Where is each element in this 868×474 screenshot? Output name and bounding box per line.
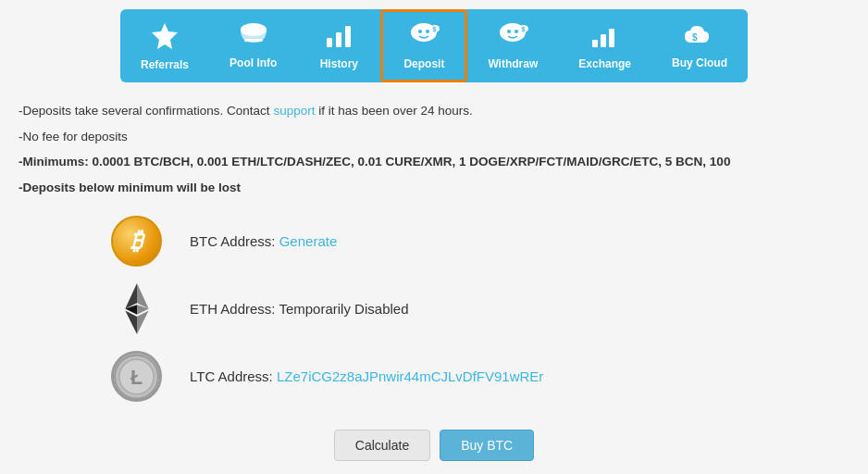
withdraw-label: Withdraw: [488, 57, 538, 70]
coin-list: ₿ BTC Address: Generate: [19, 216, 849, 402]
referrals-label: Referrals: [141, 58, 189, 71]
ltc-icon: Ł: [111, 351, 162, 402]
eth-icon: [111, 283, 162, 334]
sidebar-item-deposit[interactable]: $ Deposit: [380, 9, 467, 82]
eth-label: ETH Address: Temporarily Disabled: [190, 301, 409, 317]
nav-container: Referrals Pool Info: [120, 9, 748, 82]
svg-marker-23: [125, 283, 137, 309]
buy-btc-button[interactable]: Buy BTC: [440, 430, 534, 461]
svg-text:$: $: [614, 24, 619, 32]
sidebar-item-history[interactable]: History: [297, 9, 380, 82]
btc-label: BTC Address: Generate: [190, 233, 337, 249]
ltc-row: Ł LTC Address: LZe7iCG2z8aJPnwir44mCJLvD…: [111, 351, 849, 402]
eth-row: ETH Address: Temporarily Disabled: [111, 283, 849, 334]
calculate-button[interactable]: Calculate: [334, 430, 430, 461]
svg-rect-17: [601, 34, 606, 47]
svg-rect-2: [244, 39, 263, 42]
pool-info-icon: [239, 22, 268, 53]
eth-address-label: ETH Address:: [190, 301, 279, 317]
eth-address-value: Temporarily Disabled: [279, 301, 408, 317]
btc-address-label: BTC Address:: [190, 233, 279, 249]
page: Referrals Pool Info: [0, 0, 868, 474]
svg-point-12: [507, 30, 511, 33]
deposit-label: Deposit: [403, 57, 444, 70]
pool-info-label: Pool Info: [229, 56, 277, 69]
nav-bar: Referrals Pool Info: [0, 9, 868, 82]
info-line1-suffix: if it has been over 24 hours.: [315, 104, 472, 118]
sidebar-item-pool-info[interactable]: Pool Info: [209, 9, 297, 82]
svg-point-7: [418, 30, 422, 33]
buy-cloud-icon: $: [683, 22, 716, 53]
history-label: History: [320, 57, 358, 70]
svg-text:$: $: [522, 26, 526, 33]
svg-marker-22: [137, 283, 149, 309]
support-link[interactable]: support: [273, 104, 315, 118]
svg-marker-26: [137, 311, 149, 334]
info-line3: -Minimums: 0.0001 BTC/BCH, 0.001 ETH/LTC…: [19, 152, 849, 172]
sidebar-item-referrals[interactable]: Referrals: [120, 9, 209, 82]
ltc-address-label: LTC Address:: [190, 368, 277, 384]
svg-point-13: [515, 30, 518, 33]
button-row: Calculate Buy BTC: [19, 430, 849, 461]
svg-marker-0: [152, 23, 178, 49]
buy-cloud-label: Buy Cloud: [672, 56, 727, 69]
btc-generate-link[interactable]: Generate: [279, 233, 338, 249]
exchange-label: Exchange: [578, 57, 631, 70]
referrals-icon: [150, 20, 180, 55]
svg-marker-27: [125, 311, 137, 334]
eth-coin-image: [111, 283, 162, 334]
svg-rect-16: [592, 40, 598, 47]
info-line4: -Deposits below minimum will be lost: [19, 178, 849, 198]
svg-rect-5: [345, 26, 351, 47]
exchange-icon: $: [590, 21, 620, 54]
btc-row: ₿ BTC Address: Generate: [111, 216, 849, 267]
ltc-coin-image: Ł: [111, 351, 162, 402]
info-line2: -No fee for deposits: [19, 127, 849, 147]
svg-text:$: $: [692, 32, 698, 43]
ltc-address-link[interactable]: LZe7iCG2z8aJPnwir44mCJLvDfFV91wREr: [277, 368, 543, 384]
info-line1: -Deposits take several confirmations. Co…: [19, 101, 849, 121]
svg-point-8: [426, 30, 429, 33]
history-icon: [325, 21, 353, 54]
sidebar-item-buy-cloud[interactable]: $ Buy Cloud: [651, 9, 748, 82]
content-area: -Deposits take several confirmations. Co…: [0, 101, 868, 461]
svg-text:$: $: [433, 26, 437, 33]
sidebar-item-withdraw[interactable]: $ Withdraw: [467, 9, 558, 82]
sidebar-item-exchange[interactable]: $ Exchange: [558, 9, 651, 82]
btc-icon: ₿: [111, 216, 162, 267]
btc-coin-image: ₿: [111, 216, 162, 267]
svg-text:Ł: Ł: [130, 366, 143, 389]
svg-rect-4: [336, 32, 341, 47]
deposit-icon: $: [407, 21, 440, 54]
withdraw-icon: $: [496, 21, 529, 54]
svg-rect-3: [327, 38, 332, 47]
info-line1-prefix: -Deposits take several confirmations. Co…: [19, 104, 273, 118]
ltc-label: LTC Address: LZe7iCG2z8aJPnwir44mCJLvDfF…: [190, 368, 543, 384]
